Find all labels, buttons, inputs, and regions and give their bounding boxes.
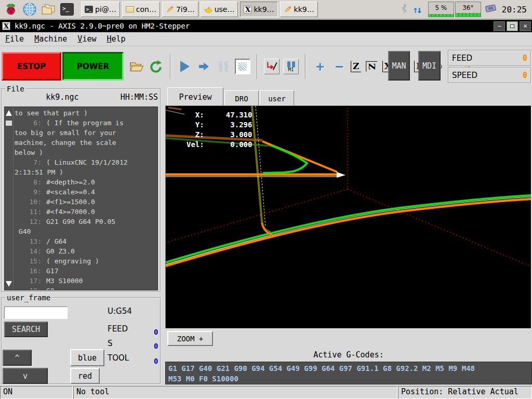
view-top-button[interactable]: Z [351,61,361,72]
file-manager-icon[interactable] [41,2,56,17]
gcode-listing[interactable]: to see that part )6:( If the program ist… [4,107,158,290]
gcode-line[interactable]: G40 [15,227,157,236]
chip-icon[interactable] [484,3,498,16]
scroll-down-icon[interactable] [6,281,12,287]
app-icon: X [2,22,10,30]
scroll-up-icon[interactable] [6,110,12,116]
maximize-button[interactable] [507,21,518,31]
step-button[interactable] [196,59,212,74]
gcode-line-text: G40 [15,227,31,236]
gcode-line[interactable]: 7:( LinuxCNC 19/1/2012 [15,157,157,167]
position-mode-status: Position: Relative Actual [398,386,532,399]
gcode-line[interactable]: 16:G17 [15,266,157,276]
search-input[interactable] [4,307,68,319]
optional-pause-toggle[interactable]: M1 [283,59,299,74]
taskbar-window-pi@[interactable]: >_pi@… [81,2,120,17]
gcode-line[interactable]: 2:13:51 PM ) [15,167,157,177]
terminal-launcher-icon[interactable]: >_ [59,2,75,17]
gcode-line-text: ( If the program is [46,118,124,128]
gcode-line[interactable]: 8:#<depth>=2.0 [15,177,157,187]
block-delete-toggle[interactable] [264,59,280,74]
taskbar-window-label: kk9… [294,5,314,14]
gcode-line-number: 15: [15,256,42,266]
gcode-line[interactable]: 10:#<f1>=1500.0 [15,197,157,207]
cpu-meter[interactable]: 5 % [428,2,454,17]
zoom-plus-button[interactable]: ZOOM + [167,331,213,346]
gcode-line-number: 14: [15,246,42,256]
tab-user[interactable]: user [260,90,294,106]
gcode-line-number: 9: [15,187,42,197]
zoom-in-button[interactable]: + [312,59,328,74]
gcode-line[interactable]: 11:#<f4>=7000.0 [15,207,157,217]
scrollbar-thumb[interactable] [6,121,12,126]
menu-item-view[interactable]: View [72,33,101,45]
zoom-out-button[interactable]: − [331,59,347,74]
gcode-line-text: to see that part ) [15,108,88,118]
gcode-line[interactable]: 15:( engraving ) [15,256,157,266]
pause-button[interactable] [216,59,231,74]
mdi-mode-button[interactable]: MDI [418,51,441,81]
minimize-button[interactable]: − [494,21,505,31]
estop-button[interactable]: ESTOP [2,52,61,81]
gcode-line[interactable]: below ) [15,148,157,157]
stop-button[interactable] [235,59,250,74]
gcode-line-text: G21 G90 G64 P0.05 [46,217,115,227]
menu-item-machine[interactable]: Machine [29,33,72,45]
file-frame-legend: File [5,85,26,93]
gcode-line[interactable]: 18:G0 [15,286,157,290]
search-button[interactable]: SEARCH [4,322,48,337]
manual-mode-button[interactable]: MAN [388,51,410,81]
taskbar-window-kk9[interactable]: Xkk9… [240,2,277,17]
gcode-line-text: #<f4>=7000.0 [46,207,95,217]
open-file-button[interactable] [129,59,144,74]
menu-item-help[interactable]: Help [101,33,130,45]
gcode-line-text: G0 [46,286,55,290]
gcode-line[interactable]: to see that part ) [15,108,157,118]
view-top-rotated-button[interactable]: Z [366,61,378,71]
close-button[interactable]: × [520,21,531,31]
blue-button[interactable]: blue [70,349,104,366]
preview-canvas[interactable]: X: 47.310 Y: 3.296 Z: 3.000 Vel: 0.000 [165,105,531,329]
elapsed-time: HH:MM:SS [121,92,158,102]
up-button[interactable]: ^ [3,350,32,366]
red-button[interactable]: red [70,368,100,384]
gcode-line-text: too big or small for your [15,128,116,138]
toolbar: ESTOP POWER [0,46,532,85]
web-browser-icon[interactable] [22,2,37,17]
reload-button[interactable] [148,59,164,74]
gcode-line[interactable]: 17:M3 S10000 [15,276,157,286]
power-button[interactable]: POWER [62,52,124,81]
active-gcodes-line2: M53 M0 F0 S10000 [168,374,529,384]
menu-item-file[interactable]: File [0,33,29,45]
gcode-line[interactable]: machine, change the scale [15,138,157,148]
gcode-line[interactable]: 6:( If the program is [15,118,157,128]
taskbar-window-use[interactable]: use… [201,2,238,17]
tab-dro[interactable]: DRO [224,90,259,106]
gcode-line-number: 11: [15,207,42,217]
gcode-line[interactable]: too big or small for your [15,128,157,138]
gcode-line-number: 10: [15,197,42,207]
stop-icon [238,62,247,71]
gcode-line-text: G0 Z3.0 [46,246,75,256]
listing-scrollbar[interactable] [5,107,14,290]
gcode-line[interactable]: 13:/ G64 [15,236,157,246]
gcode-line[interactable]: 14:G0 Z3.0 [15,246,157,256]
down-button[interactable]: v [3,368,48,384]
menubar: FileMachineViewHelp [0,32,532,46]
taskbar-window-con[interactable]: con… [122,2,160,17]
taskbar-window-kk9[interactable]: kk9… [280,2,318,17]
gcode-line-text: ( LinuxCNC 19/1/2012 [46,157,128,167]
tab-preview[interactable]: Preview [167,87,223,106]
temp-meter[interactable]: 36° [455,2,481,17]
gcode-line[interactable]: 9:#<scale>=0.4 [15,187,157,197]
toolpath-brown-top [168,108,181,110]
position-readout: X: 47.310 Y: 3.296 Z: 3.000 Vel: 0.000 [187,110,252,150]
clock: 20:25 [502,5,527,15]
run-button[interactable] [177,59,193,74]
taskbar-window-7i9[interactable]: 7i9… [162,2,198,17]
gcode-line[interactable]: 12:G21 G90 G64 P0.05 [15,217,157,227]
pencil-icon [166,5,174,14]
raspberry-menu-icon[interactable] [3,2,19,17]
bluetooth-icon[interactable] [401,3,407,16]
network-arrows-icon[interactable]: ↑↓ [413,4,421,15]
